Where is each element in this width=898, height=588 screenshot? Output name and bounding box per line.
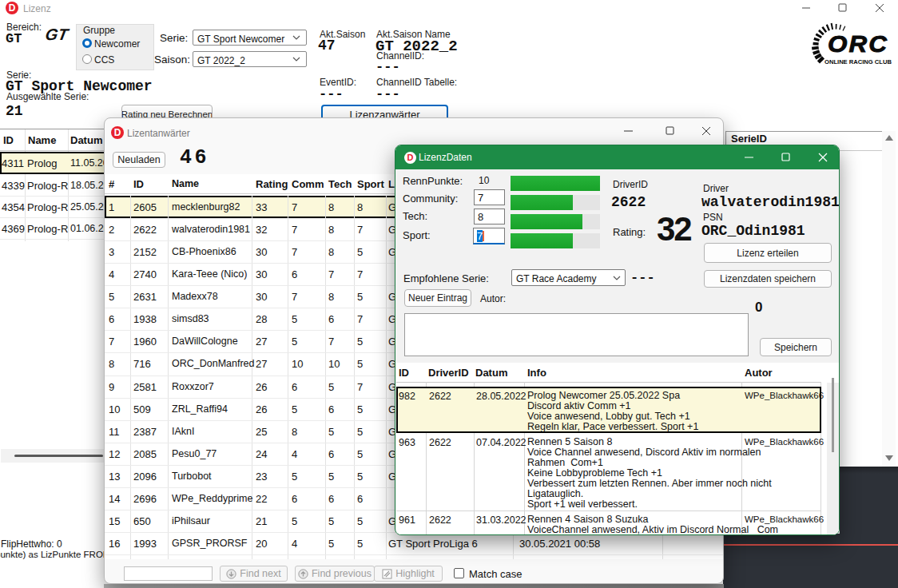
- svg-text:ONLINE RACING CLUB: ONLINE RACING CLUB: [824, 58, 892, 66]
- svg-text:ORC: ORC: [828, 31, 888, 57]
